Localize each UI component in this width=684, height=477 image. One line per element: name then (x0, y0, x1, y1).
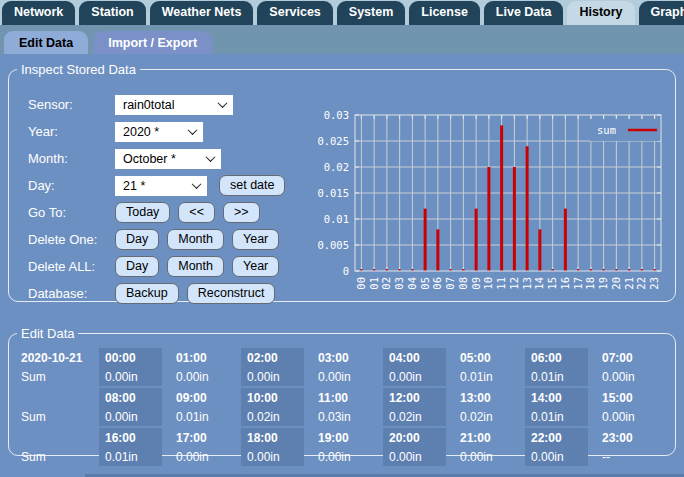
sub-tab-bar: Edit DataImport / Export (0, 25, 684, 54)
year-select[interactable]: 2020 * (115, 122, 203, 142)
table-band-1: 2020-10-2100:0001:0002:0003:0004:0005:00… (19, 348, 667, 386)
day-select[interactable]: 21 * (115, 176, 207, 196)
hour-header: 04:00 (383, 348, 446, 367)
hour-header: 21:00 (454, 428, 517, 447)
tab-system[interactable]: System (337, 1, 405, 25)
svg-text:12: 12 (508, 277, 520, 290)
goto-today-button[interactable]: Today (115, 202, 170, 223)
hour-header: 05:00 (454, 348, 517, 367)
value-cell[interactable]: 0.01in (99, 447, 162, 466)
goto-btn-button[interactable]: << (178, 202, 215, 223)
hour-header: 07:00 (596, 348, 659, 367)
svg-text:05: 05 (419, 277, 431, 290)
svg-text:15: 15 (546, 277, 558, 290)
set-date-button[interactable]: set date (219, 175, 285, 196)
sensor-select[interactable]: rain0total (115, 95, 233, 115)
hour-header: 15:00 (596, 388, 659, 407)
svg-text:21: 21 (623, 277, 635, 290)
delete-one-month-button[interactable]: Month (167, 229, 224, 250)
svg-text:08: 08 (457, 277, 469, 290)
value-cell[interactable]: 0.00in (525, 447, 588, 466)
svg-text:02: 02 (380, 277, 392, 290)
svg-text:09: 09 (470, 277, 482, 290)
main-tab-bar: NetworkStationWeather NetsServicesSystem… (0, 0, 684, 25)
value-cell[interactable]: 0.01in (525, 367, 588, 386)
value-cell[interactable]: 0.00in (454, 447, 517, 466)
delete-all-year-button[interactable]: Year (232, 256, 279, 277)
tab-station[interactable]: Station (79, 1, 145, 25)
database-reconstruct-button[interactable]: Reconstruct (187, 283, 276, 304)
value-cell[interactable]: 0.00in (241, 367, 304, 386)
hour-header: 11:00 (312, 388, 375, 407)
hour-header: 12:00 (383, 388, 446, 407)
svg-text:00: 00 (355, 277, 367, 290)
hour-header: 18:00 (241, 428, 304, 447)
value-cell[interactable]: 0.00in (383, 447, 446, 466)
tab-license[interactable]: License (409, 1, 480, 25)
delete-one-day-button[interactable]: Day (115, 229, 159, 250)
value-cell[interactable]: 0.00in (99, 367, 162, 386)
edit-panel-legend: Edit Data (17, 326, 78, 341)
hour-header: 09:00 (170, 388, 233, 407)
chevron-down-icon (188, 125, 198, 135)
value-cell[interactable]: 0.00in (312, 367, 375, 386)
delete-all-month-button[interactable]: Month (167, 256, 224, 277)
tab-history[interactable]: History (567, 1, 634, 25)
row-label: Sum (19, 367, 95, 386)
month-select[interactable]: October * (115, 149, 221, 169)
edit-table: 2020-10-2100:0001:0002:0003:0004:0005:00… (9, 341, 675, 466)
value-cell[interactable]: 0.00in (596, 367, 659, 386)
hour-header: 03:00 (312, 348, 375, 367)
svg-text:18: 18 (584, 277, 596, 290)
svg-text:sum: sum (597, 124, 616, 136)
tab-weather-nets[interactable]: Weather Nets (150, 1, 254, 25)
edit-data-panel: Edit Data 2020-10-2100:0001:0002:0003:00… (8, 326, 676, 456)
hour-header: 06:00 (525, 348, 588, 367)
chevron-down-icon (218, 98, 228, 108)
year-select-value: 2020 * (123, 125, 159, 139)
subtab-import-export[interactable]: Import / Export (93, 31, 212, 54)
subtab-edit-data[interactable]: Edit Data (4, 31, 88, 54)
value-cell[interactable]: 0.00in (596, 407, 659, 426)
delete-one-year-button[interactable]: Year (232, 229, 279, 250)
value-cell[interactable]: 0.00in (170, 367, 233, 386)
value-cell[interactable]: 0.02in (454, 407, 517, 426)
value-cell[interactable]: 0.00in (170, 447, 233, 466)
value-cell[interactable]: 0.03in (312, 407, 375, 426)
value-cell[interactable]: 0.00in (383, 367, 446, 386)
svg-text:13: 13 (521, 277, 533, 290)
value-cell[interactable]: 0.02in (383, 407, 446, 426)
value-cell[interactable]: -- (596, 447, 659, 466)
value-cell[interactable]: 0.01in (525, 407, 588, 426)
inspect-form: Sensor: rain0total Year: 2020 * Month: O… (28, 91, 285, 307)
value-cell[interactable]: 0.01in (454, 367, 517, 386)
value-cell[interactable]: 0.00in (99, 407, 162, 426)
value-cell[interactable]: 0.00in (241, 447, 304, 466)
hour-header: 17:00 (170, 428, 233, 447)
tab-network[interactable]: Network (2, 1, 75, 25)
delete-all-day-button[interactable]: Day (115, 256, 159, 277)
tab-graphs[interactable]: Graphs (639, 1, 684, 25)
band-spacer (19, 388, 95, 407)
svg-text:10: 10 (482, 277, 494, 290)
value-cell[interactable]: 0.02in (241, 407, 304, 426)
delete-all-button-group: DayMonthYear (115, 256, 279, 277)
tab-services[interactable]: Services (257, 1, 332, 25)
delete-one-button-group: DayMonthYear (115, 229, 279, 250)
chevron-down-icon (192, 179, 202, 189)
value-cell[interactable]: 0.00in (312, 447, 375, 466)
hour-header: 02:00 (241, 348, 304, 367)
value-cell[interactable]: 0.01in (170, 407, 233, 426)
database-button-group: BackupReconstruct (115, 283, 275, 304)
database-backup-button[interactable]: Backup (115, 283, 179, 304)
day-select-value: 21 * (123, 179, 145, 193)
goto-btn-button[interactable]: >> (223, 202, 260, 223)
inspect-panel-legend: Inspect Stored Data (17, 62, 140, 77)
tab-live-data[interactable]: Live Data (484, 1, 564, 25)
svg-text:01: 01 (368, 277, 380, 290)
rain-sum-chart: sum00.0050.010.0150.020.0250.03000102030… (295, 109, 667, 314)
svg-text:0.02: 0.02 (324, 161, 349, 173)
svg-text:0.01: 0.01 (324, 213, 349, 225)
hour-header: 22:00 (525, 428, 588, 447)
svg-text:06: 06 (431, 277, 443, 290)
